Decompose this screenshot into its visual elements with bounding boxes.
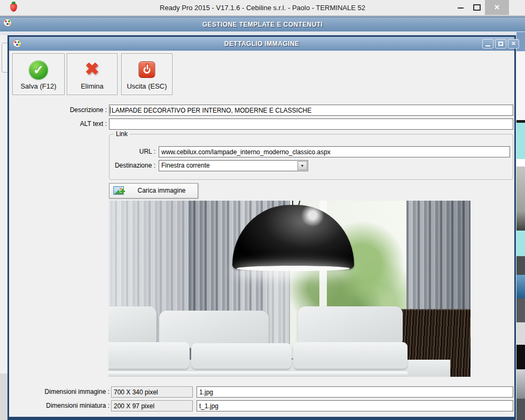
carica-immagine-button[interactable]: Carica immagine: [109, 183, 198, 199]
link-groupbox: Link URL : Destinazione : Finestra corre…: [109, 134, 513, 180]
dimensioni-miniatura-value[interactable]: [111, 400, 193, 411]
bg-strip-teal1: [516, 123, 525, 159]
bg-thumb-black: [516, 345, 525, 369]
window-titlebar: Ready Pro 2015 - V17.1.6 - Cebiline s.r.…: [0, 0, 525, 16]
dimensioni-miniatura-label: Dimensioni miniatura :: [9, 400, 109, 411]
carica-immagine-label: Carica immagine: [126, 184, 198, 198]
window-title: Ready Pro 2015 - V17.1.6 - Cebiline s.r.…: [0, 0, 525, 16]
background-left-bottom: [0, 374, 7, 420]
bg-strip-white: [516, 51, 525, 120]
power-icon: [139, 61, 155, 78]
text-caret: [110, 107, 111, 114]
bg-strip-dark3: [516, 399, 525, 420]
green-plus-icon: [120, 191, 125, 192]
bg-strip-gray: [516, 322, 525, 345]
red-x-icon: ✖: [82, 58, 103, 80]
destinazione-label: Destinazione :: [109, 160, 155, 171]
bg-thumb-metal: [516, 369, 525, 399]
alt-text-label: ALT text :: [9, 118, 107, 130]
dimensioni-immagine-value[interactable]: [111, 386, 193, 398]
delete-button[interactable]: ✖ Elimina: [67, 53, 117, 95]
background-window-right-edge: [516, 32, 525, 420]
app-header-bar: GESTIONE TEMPLATE E CONTENUTI: [0, 17, 525, 32]
exit-button-label: Uscita (ESC): [122, 82, 172, 90]
product-photo: [108, 201, 471, 377]
thumb-filename-input[interactable]: [197, 400, 513, 411]
image-filename-input[interactable]: [197, 386, 513, 398]
check-circle-icon: ✓: [29, 60, 48, 80]
bg-thumb-room: [516, 167, 525, 231]
window-maximize-button[interactable]: [473, 4, 481, 11]
floor-highlight: [108, 371, 408, 377]
url-label: URL :: [109, 146, 155, 157]
bg-thumb-ocean: [516, 275, 525, 298]
url-input[interactable]: [159, 146, 510, 157]
dettaglio-immagine-dialog: DETTAGLIO IMMAGINE ✕ ✓ Salva (F12) ✖ Eli…: [7, 35, 516, 420]
app-header-title: GESTIONE TEMPLATE E CONTENUTI: [0, 17, 525, 32]
bg-strip-teal2: [516, 231, 525, 256]
sofa-seat-cushion: [293, 342, 408, 369]
dialog-palette-icon: [13, 39, 21, 47]
bg-strip-dark2: [516, 298, 525, 322]
window-minimize-button[interactable]: [458, 7, 464, 9]
sofa-back-pillow: [108, 306, 156, 347]
dialog-minimize-button[interactable]: [482, 39, 493, 49]
alt-text-input[interactable]: [109, 118, 513, 130]
window-close-button[interactable]: ✕: [485, 0, 509, 15]
chevron-down-icon[interactable]: ▼: [297, 161, 307, 170]
delete-button-label: Elimina: [67, 82, 117, 90]
save-button[interactable]: ✓ Salva (F12): [12, 53, 65, 95]
sofa-seat-cushion: [108, 342, 190, 369]
dimensioni-immagine-label: Dimensioni immagine :: [9, 386, 109, 398]
exit-button[interactable]: Uscita (ESC): [121, 53, 173, 95]
dialog-title: DETTAGLIO IMMAGINE: [9, 37, 514, 51]
descrizione-input[interactable]: [109, 105, 513, 116]
bg-strip-dark1: [516, 256, 525, 275]
destinazione-selected-value: Finestra corrente: [161, 161, 210, 171]
sofa-back-pillow: [298, 306, 403, 347]
bg-strip-gap1: [516, 159, 525, 167]
link-group-title: Link: [114, 130, 130, 138]
background-window-left-edge: [0, 35, 7, 420]
descrizione-label: Descrizione :: [9, 105, 107, 116]
dialog-titlebar: DETTAGLIO IMMAGINE ✕: [9, 37, 514, 51]
destinazione-select[interactable]: Finestra corrente ▼: [159, 160, 308, 171]
dialog-maximize-button[interactable]: [495, 39, 506, 49]
pendant-lamp-rim: [237, 266, 350, 271]
sofa-seat-cushion: [191, 343, 292, 369]
save-button-label: Salva (F12): [13, 82, 64, 90]
palette-icon: [3, 19, 12, 27]
dialog-close-button[interactable]: ✕: [508, 39, 519, 49]
